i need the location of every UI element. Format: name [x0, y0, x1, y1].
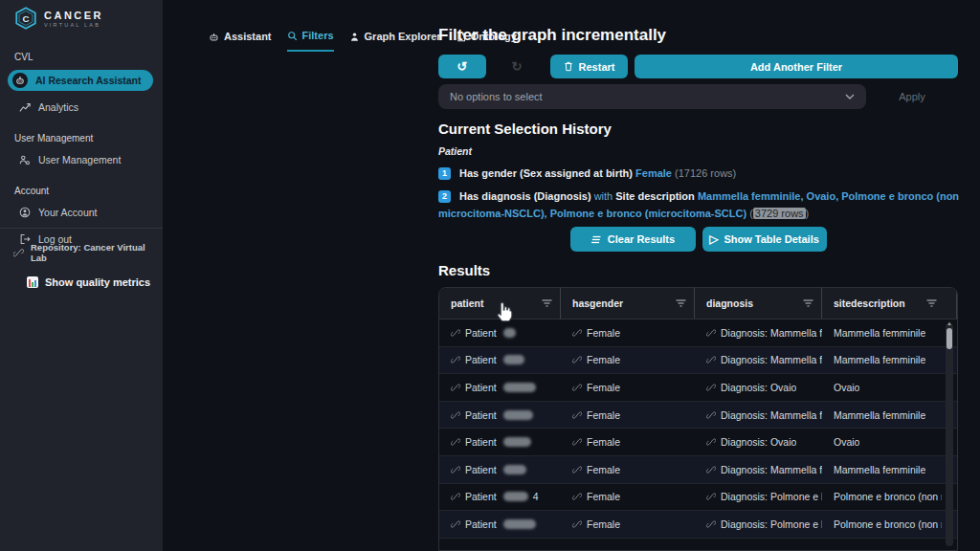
link-icon	[572, 355, 582, 364]
cell-hasgender[interactable]: Female	[561, 511, 695, 538]
sidebar-item-ai-research-assistant[interactable]: AI Research Assistant	[8, 70, 153, 91]
filter-options-select[interactable]: No options to select	[438, 84, 866, 109]
column-header-hasgender[interactable]: hasgender	[561, 288, 695, 319]
patient-label: Patient	[465, 491, 497, 502]
cell-hasgender[interactable]: Female	[561, 429, 695, 455]
table-row[interactable]: Patient Female	[439, 456, 957, 484]
app-window: C CANCER VIRTUAL LAB CVL AI Research Ass…	[0, 0, 980, 551]
cell-hasgender[interactable]: Female	[561, 456, 695, 483]
selection-history-heading: Current Selection History	[438, 121, 612, 137]
filter-funnel-icon[interactable]	[926, 299, 937, 307]
restart-button[interactable]: Restart	[550, 55, 628, 78]
scrollbar-thumb[interactable]	[947, 328, 952, 349]
cell-sitedescription[interactable]: Polmone e bronco (non micr...	[822, 484, 957, 511]
table-row[interactable]: Patient Female	[439, 429, 957, 456]
site-value: Mammella femminile	[834, 354, 925, 365]
sidebar-footer: Repository: Cancer Virtual Lab Show qual…	[0, 228, 163, 288]
cell-diagnosis[interactable]: Diagnosis: Polmone e bro...	[695, 511, 822, 538]
sidebar-item-your-account[interactable]: Your Account	[0, 202, 163, 223]
cell-patient[interactable]: Patient	[439, 320, 561, 346]
cell-diagnosis[interactable]: Diagnosis: Mammella fe...	[695, 456, 822, 483]
repository-label: Repository: Cancer Virtual Lab	[31, 242, 163, 263]
table-row[interactable]: Patient Female	[439, 402, 957, 430]
link-icon	[451, 492, 460, 501]
undo-button[interactable]: ↺	[438, 55, 486, 78]
add-another-filter-button[interactable]: Add Another Filter	[635, 55, 958, 78]
patient-label: Patient	[465, 464, 497, 475]
cell-hasgender[interactable]: Female	[561, 402, 695, 429]
cell-diagnosis[interactable]: Diagnosis: Ovaio	[695, 429, 822, 455]
table-row[interactable]: Patient4 Female	[439, 484, 957, 512]
cell-sitedescription[interactable]: Polmone e bronco (non micr...	[822, 511, 957, 538]
column-header-sitedescription[interactable]: sitedescription	[822, 288, 957, 319]
apply-button[interactable]: Apply	[866, 84, 958, 109]
table-row[interactable]: Patient Female	[439, 347, 957, 375]
redacted-id	[503, 465, 526, 474]
cell-hasgender[interactable]: Female	[561, 347, 695, 374]
cell-sitedescription[interactable]: Mammella femminile	[822, 320, 957, 346]
link-icon	[451, 465, 460, 474]
cell-hasgender[interactable]: Female	[561, 484, 695, 511]
cell-patient[interactable]: Patient	[439, 429, 561, 455]
results-heading: Results	[438, 262, 490, 278]
filter-funnel-icon[interactable]	[803, 299, 813, 307]
filter-funnel-icon[interactable]	[542, 299, 552, 307]
cell-sitedescription[interactable]: Mammella femminile	[822, 402, 957, 429]
table-row[interactable]: Patient Female	[439, 511, 957, 539]
table-row[interactable]: Patient Female	[439, 374, 957, 402]
sidebar-section-user-management: User Management	[0, 133, 163, 143]
cell-patient[interactable]: Patient	[439, 374, 561, 401]
cell-patient[interactable]: Patient	[439, 402, 561, 429]
column-header-diagnosis[interactable]: diagnosis	[695, 288, 822, 319]
quality-metrics-label: Show quality metrics	[45, 276, 150, 288]
repository-label-row: Repository: Cancer Virtual Lab	[0, 242, 163, 263]
tab-graph-explorer[interactable]: Graph Explorer	[349, 31, 441, 51]
cell-hasgender[interactable]: Female	[561, 374, 695, 401]
patient-id-suffix: 4	[533, 491, 539, 502]
history-row-count: (17126 rows)	[675, 167, 736, 179]
patient-label: Patient	[465, 436, 497, 448]
redo-icon: ↻	[512, 59, 523, 74]
cell-diagnosis[interactable]: Diagnosis: Polmone e bro...	[695, 484, 822, 511]
table-scrollbar[interactable]: ▲	[946, 323, 953, 546]
tab-assistant[interactable]: Assistant	[209, 31, 272, 51]
redo-button[interactable]: ↻	[498, 55, 536, 78]
cell-sitedescription[interactable]: Ovaio	[822, 374, 957, 401]
column-header-patient[interactable]: patient	[439, 288, 561, 319]
cell-diagnosis[interactable]: Diagnosis: Mammella fe...	[695, 347, 822, 374]
link-icon	[572, 519, 582, 529]
cell-sitedescription[interactable]: Mammella femminile	[822, 347, 957, 374]
sidebar-item-user-management[interactable]: User Management	[0, 149, 163, 170]
cell-diagnosis[interactable]: Diagnosis: Mammella fe...	[695, 402, 822, 429]
sidebar-item-analytics[interactable]: Analytics	[0, 97, 163, 118]
show-quality-metrics-button[interactable]: Show quality metrics	[0, 276, 163, 288]
table-header-row: patient hasgender	[439, 288, 957, 320]
history-row-count-selected: 3729 rows	[753, 208, 806, 219]
cell-diagnosis[interactable]: Diagnosis: Ovaio	[695, 374, 822, 401]
link-icon	[572, 492, 582, 501]
history-value-link[interactable]: Female	[635, 167, 672, 179]
gender-value: Female	[587, 518, 620, 530]
redacted-id	[503, 410, 533, 420]
table-row[interactable]: Patient Female	[439, 320, 957, 347]
filter-funnel-icon[interactable]	[676, 299, 686, 307]
scroll-up-arrow[interactable]: ▲	[946, 320, 953, 326]
site-value: Polmone e bronco (non micr...	[834, 491, 942, 502]
gender-value: Female	[587, 409, 620, 421]
cell-patient[interactable]: Patient4	[439, 484, 561, 511]
cell-sitedescription[interactable]: Ovaio	[822, 429, 957, 455]
cell-patient[interactable]: Patient	[439, 347, 561, 374]
column-label: sitedescription	[834, 298, 905, 309]
diagnosis-value: Diagnosis: Mammella fe...	[721, 464, 822, 475]
cell-diagnosis[interactable]: Diagnosis: Mammella fe...	[695, 320, 822, 346]
cell-patient[interactable]: Patient	[439, 456, 561, 483]
redacted-id	[503, 328, 516, 338]
cell-hasgender[interactable]: Female	[561, 320, 695, 346]
cell-patient[interactable]: Patient	[439, 511, 561, 538]
cell-sitedescription[interactable]: Mammella femminile	[822, 456, 957, 483]
show-table-details-button[interactable]: ▷ Show Table Details	[702, 227, 827, 252]
column-label: hasgender	[572, 298, 623, 309]
link-icon	[572, 437, 582, 447]
clear-results-button[interactable]: Clear Results	[570, 227, 696, 252]
tab-filters[interactable]: Filters	[287, 30, 334, 52]
